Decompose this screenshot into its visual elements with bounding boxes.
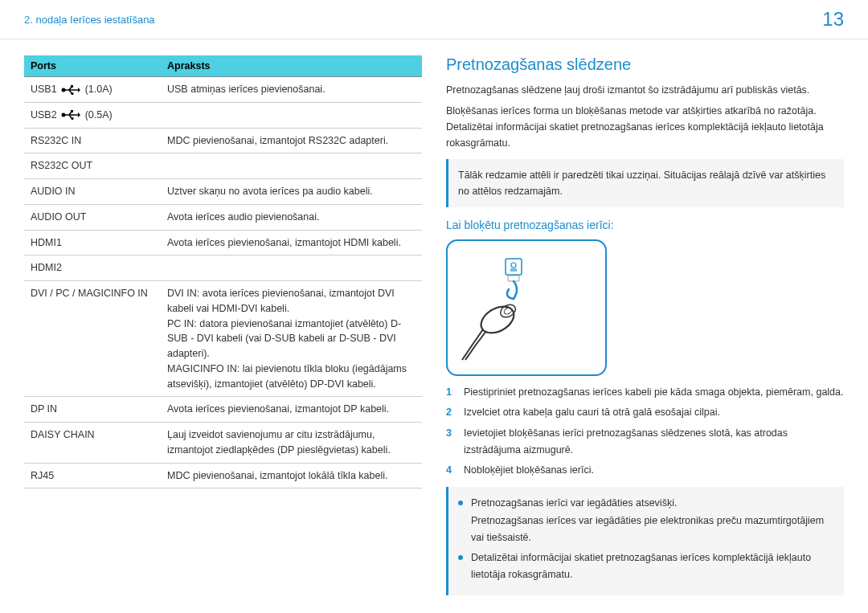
port-cell: DAISY CHAIN — [24, 423, 161, 464]
port-name: USB2 — [31, 109, 57, 121]
bullet-item: Detalizētai informācijai skatiet pretnoz… — [458, 550, 834, 584]
step-item: Izvelciet otra kabeļa galu cauri tā otrā… — [446, 404, 844, 421]
desc-cell: Avota ierīces pievienošanai, izmantojot … — [161, 230, 422, 255]
port-name: HDMI2 — [31, 262, 62, 273]
table-row: RJ45MDC pievienošanai, izmantojot lokālā… — [24, 463, 422, 488]
step-item: Ievietojiet bloķēšanas ierīci pretnozagš… — [446, 425, 844, 460]
desc-cell: USB atmiņas ierīces pievienošanai. — [161, 77, 422, 103]
ports-table: Ports Apraksts USB1 (1.0A)USB atmiņas ie… — [24, 55, 422, 488]
section-title: Pretnozagšanas slēdzene — [446, 55, 844, 74]
port-name: AUDIO OUT — [31, 211, 86, 223]
left-column: Ports Apraksts USB1 (1.0A)USB atmiņas ie… — [24, 55, 422, 603]
port-name: DAISY CHAIN — [31, 429, 95, 440]
port-name: AUDIO IN — [31, 186, 76, 197]
steps-list: Piestipriniet pretnozagšanas ierīces kab… — [446, 384, 844, 479]
intro-para-2: Bloķēšanas ierīces forma un bloķēšanas m… — [446, 103, 844, 151]
desc-cell: MDC pievienošanai, izmantojot lokālā tīk… — [161, 463, 422, 488]
table-row: HDMI1Avota ierīces pievienošanai, izmant… — [24, 230, 422, 255]
svg-marker-2 — [78, 88, 80, 92]
table-row: RS232C OUT — [24, 153, 422, 179]
table-row: RS232C INMDC pievienošanai, izmantojot R… — [24, 128, 422, 153]
port-name: DVI / PC / MAGICINFO IN — [31, 288, 148, 299]
port-cell: HDMI2 — [24, 255, 161, 281]
table-row: DVI / PC / MAGICINFO INDVI IN: avota ier… — [24, 281, 422, 397]
port-extra: (1.0A) — [85, 84, 113, 95]
svg-marker-7 — [78, 112, 80, 117]
port-name: USB1 — [31, 84, 57, 95]
desc-cell: Avota ierīces audio pievienošanai. — [161, 204, 422, 230]
svg-point-11 — [511, 263, 516, 268]
port-name: RS232C OUT — [31, 160, 92, 171]
usb-icon — [61, 85, 80, 95]
port-cell: RJ45 — [24, 463, 161, 488]
table-row: DP INAvota ierīces pievienošanai, izmant… — [24, 397, 422, 423]
port-cell: DP IN — [24, 397, 161, 423]
desc-cell: Uztver skaņu no avota ierīces pa audio k… — [161, 179, 422, 205]
table-row: AUDIO OUTAvota ierīces audio pievienošan… — [24, 204, 422, 230]
subsection-title: Lai bloķētu pretnozagšanas ierīci: — [446, 219, 844, 231]
port-cell: RS232C IN — [24, 128, 161, 153]
table-row: AUDIO INUztver skaņu no avota ierīces pa… — [24, 179, 422, 205]
step-item: Piestipriniet pretnozagšanas ierīces kab… — [446, 384, 844, 401]
chapter-label: 2. nodaļa Ierīces iestatīšana — [24, 14, 155, 26]
svg-point-4 — [72, 92, 74, 95]
lock-diagram — [446, 239, 607, 376]
svg-rect-3 — [71, 85, 73, 88]
table-header-ports: Ports — [24, 55, 161, 77]
port-cell: DVI / PC / MAGICINFO IN — [24, 281, 161, 397]
lock-illustration-svg — [448, 241, 605, 374]
table-header-desc: Apraksts — [161, 55, 422, 77]
port-extra: (0.5A) — [85, 109, 113, 121]
page-number: 13 — [822, 8, 844, 31]
port-cell: AUDIO OUT — [24, 204, 161, 230]
info-note-1: Tālāk redzamie attēli ir paredzēti tikai… — [446, 159, 844, 207]
desc-cell — [161, 102, 422, 128]
port-cell: USB1 (1.0A) — [24, 77, 161, 103]
table-row: USB2 (0.5A) — [24, 102, 422, 128]
intro-para-1: Pretnozagšanas slēdzene ļauj droši izman… — [446, 82, 844, 98]
content-area: Ports Apraksts USB1 (1.0A)USB atmiņas ie… — [0, 39, 868, 613]
port-cell: AUDIO IN — [24, 179, 161, 205]
svg-rect-10 — [506, 259, 522, 275]
desc-cell: MDC pievienošanai, izmantojot RS232C ada… — [161, 128, 422, 153]
port-cell: USB2 (0.5A) — [24, 102, 161, 128]
table-row: USB1 (1.0A)USB atmiņas ierīces pievienoš… — [24, 77, 422, 103]
bullets-list: Pretnozagšanas ierīci var iegādāties ats… — [458, 495, 834, 583]
step-item: Nobloķējiet bloķēšanas ierīci. — [446, 462, 844, 479]
port-name: RJ45 — [31, 470, 54, 481]
table-row: HDMI2 — [24, 255, 422, 281]
desc-cell: DVI IN: avota ierīces pievienošanai, izm… — [161, 281, 422, 397]
desc-cell — [161, 255, 422, 281]
desc-cell: Avota ierīces pievienošanai, izmantojot … — [161, 397, 422, 423]
bullet-item: Pretnozagšanas ierīci var iegādāties ats… — [458, 495, 834, 546]
table-row: DAISY CHAINĻauj izveidot savienojumu ar … — [24, 423, 422, 464]
usb-icon — [61, 110, 80, 120]
svg-rect-12 — [510, 268, 517, 272]
desc-cell — [161, 153, 422, 179]
svg-point-9 — [72, 117, 74, 120]
port-name: RS232C IN — [31, 135, 81, 146]
right-column: Pretnozagšanas slēdzene Pretnozagšanas s… — [446, 55, 844, 603]
svg-rect-8 — [71, 110, 73, 112]
page-header: 2. nodaļa Ierīces iestatīšana 13 — [0, 0, 868, 39]
info-note-2: Pretnozagšanas ierīci var iegādāties ats… — [446, 487, 844, 595]
port-name: HDMI1 — [31, 237, 62, 248]
port-cell: RS232C OUT — [24, 153, 161, 179]
port-cell: HDMI1 — [24, 230, 161, 255]
desc-cell: Ļauj izveidot savienojumu ar citu izstrā… — [161, 423, 422, 464]
port-name: DP IN — [31, 403, 57, 415]
